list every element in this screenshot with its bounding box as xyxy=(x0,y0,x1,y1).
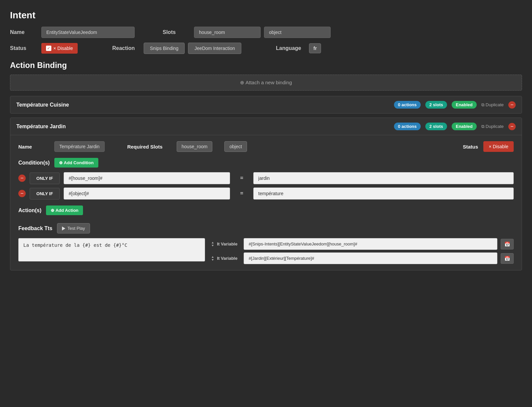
condition-row-2: − ONLY IF = xyxy=(18,188,514,200)
jeedom-interaction-button[interactable]: JeeDom Interaction xyxy=(188,43,241,54)
card2-duplicate-button[interactable]: ⧉ Duplicate xyxy=(481,124,504,129)
language-label: Language xyxy=(276,45,301,51)
variable2-input[interactable] xyxy=(244,252,497,264)
condition2-left-input[interactable] xyxy=(64,188,230,200)
actions-section: Action(s) ⊕ Add Action xyxy=(18,205,514,215)
variable2-calendar-button[interactable]: 📅 xyxy=(501,253,514,264)
conditions-header: Condition(s) ⊕ Add Condition xyxy=(18,158,514,168)
card1-actions-badge: 0 actions xyxy=(394,101,421,109)
card1-duplicate-label: Duplicate xyxy=(486,102,504,107)
condition2-remove[interactable]: − xyxy=(18,190,26,197)
language-badge: fr xyxy=(309,43,321,53)
required-slots-label: Required Slots xyxy=(127,144,167,150)
add-condition-button[interactable]: ⊕ Add Condition xyxy=(54,158,98,168)
condition1-only-if: ONLY IF xyxy=(30,173,60,184)
feedback-label: Feedback Tts xyxy=(18,225,52,231)
feedback-header: Feedback Tts Test Play xyxy=(18,223,514,233)
variable-sort-icon-2 xyxy=(210,256,215,261)
condition1-operator: = xyxy=(234,175,249,181)
card2-slots-badge: 2 slots xyxy=(425,123,447,130)
slot1-input[interactable] xyxy=(194,27,261,38)
card2-expanded-content: Name Température Jardin Required Slots h… xyxy=(10,135,522,270)
test-play-label: Test Play xyxy=(67,226,85,231)
variable1-calendar-button[interactable]: 📅 xyxy=(501,239,514,249)
condition2-operator: = xyxy=(234,191,249,197)
feedback-section: Feedback Tts Test Play La température de… xyxy=(18,223,514,264)
copy-icon: ⧉ xyxy=(481,102,484,108)
condition1-right-input[interactable] xyxy=(253,172,514,184)
feedback-textarea[interactable]: La température de la {#} est de {#}°C xyxy=(18,238,205,261)
variable-rows: It Variable 📅 It Variable xyxy=(210,238,514,264)
play-icon xyxy=(62,226,65,230)
checkbox-icon xyxy=(46,46,51,51)
condition2-only-if: ONLY IF xyxy=(30,188,60,200)
actions-title: Action(s) xyxy=(18,207,41,213)
card1-duplicate-button[interactable]: ⧉ Duplicate xyxy=(481,102,504,108)
card2-actions-badge: 0 actions xyxy=(394,123,421,130)
action-binding-title: Action Binding xyxy=(10,61,522,70)
snips-binding-button[interactable]: Snips Binding xyxy=(144,43,185,54)
detail-name-row: Name Température Jardin Required Slots h… xyxy=(18,141,514,152)
status-label: Status xyxy=(10,45,33,51)
intent-name-row: Name Slots xyxy=(10,27,522,38)
binding-card-header-2: Température Jardin 0 actions 2 slots Ena… xyxy=(10,118,522,135)
card1-slots-badge: 2 slots xyxy=(425,101,447,109)
card1-remove-button[interactable]: − xyxy=(508,101,516,109)
intent-section: Intent Name Slots Status × Disable React… xyxy=(10,10,522,54)
card1-enabled-badge: Enabled xyxy=(452,101,477,109)
detail-status-section: Status × Disable xyxy=(259,141,514,152)
name-label: Name xyxy=(10,29,33,35)
variable-sort-icon-1 xyxy=(210,242,215,246)
detail-name-value: Température Jardin xyxy=(54,141,105,152)
variable-row-2: It Variable 📅 xyxy=(210,252,514,264)
card2-enabled-badge: Enabled xyxy=(452,123,477,130)
intent-title: Intent xyxy=(10,10,522,21)
attach-binding-bar[interactable]: ⊕ Attach a new binding xyxy=(10,75,522,91)
copy-icon-2: ⧉ xyxy=(481,124,484,129)
intent-status-row: Status × Disable Reaction Snips Binding … xyxy=(10,43,522,54)
variable1-input[interactable] xyxy=(244,238,497,250)
binding-card-2: Température Jardin 0 actions 2 slots Ena… xyxy=(10,118,522,270)
attach-binding-label: ⊕ Attach a new binding xyxy=(240,80,292,85)
variable1-label: It Variable xyxy=(210,241,240,246)
condition1-remove[interactable]: − xyxy=(18,175,26,182)
binding-card-header-1: Température Cuisine 0 actions 2 slots En… xyxy=(10,96,522,113)
status-disable-button[interactable]: × Disable xyxy=(41,43,78,54)
variable-row-1: It Variable 📅 xyxy=(210,238,514,250)
slots-label: Slots xyxy=(163,29,186,35)
action-binding-section: Action Binding ⊕ Attach a new binding Te… xyxy=(10,61,522,270)
test-play-button[interactable]: Test Play xyxy=(57,223,90,233)
binding-card-1: Température Cuisine 0 actions 2 slots En… xyxy=(10,96,522,114)
condition-row-1: − ONLY IF = xyxy=(18,172,514,184)
reaction-section: Snips Binding JeeDom Interaction xyxy=(144,43,241,54)
required-slot1: house_room xyxy=(177,141,213,152)
actions-header: Action(s) ⊕ Add Action xyxy=(18,205,514,215)
card2-title: Température Jardin xyxy=(16,124,389,130)
status-btn-label: × Disable xyxy=(53,46,73,51)
detail-status-label: Status xyxy=(463,144,478,150)
card2-duplicate-label: Duplicate xyxy=(486,124,504,129)
condition2-right-input[interactable] xyxy=(253,188,514,200)
slot2-input[interactable] xyxy=(264,27,331,38)
required-slot2: object xyxy=(224,141,247,152)
card2-remove-button[interactable]: − xyxy=(508,123,516,130)
variable2-label: It Variable xyxy=(210,256,240,261)
feedback-row: La température de la {#} est de {#}°C It… xyxy=(18,238,514,264)
reaction-label: Reaction xyxy=(112,45,136,51)
condition1-left-input[interactable] xyxy=(64,172,230,184)
page-wrapper: Intent Name Slots Status × Disable React… xyxy=(0,0,532,284)
add-action-button[interactable]: ⊕ Add Action xyxy=(46,205,83,215)
card1-title: Température Cuisine xyxy=(16,102,389,108)
conditions-title: Condition(s) xyxy=(18,160,50,166)
detail-name-label: Name xyxy=(18,144,45,150)
slots-container xyxy=(194,27,331,38)
name-input[interactable] xyxy=(41,27,135,38)
detail-disable-button[interactable]: × Disable xyxy=(483,141,514,152)
